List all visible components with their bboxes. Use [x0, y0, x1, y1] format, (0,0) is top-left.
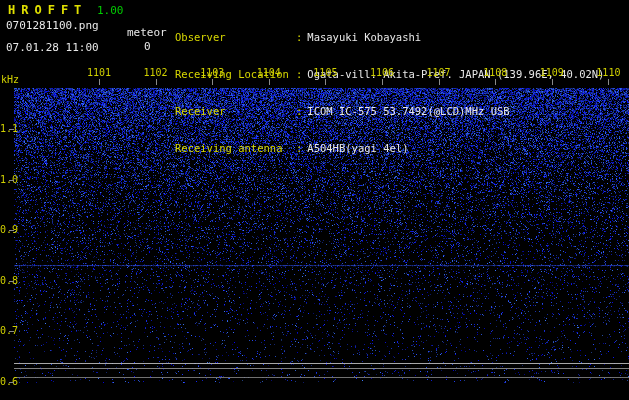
x-tick-label: 1101 — [87, 67, 111, 78]
y-axis-unit-label: kHz — [1, 74, 19, 85]
x-tick-label: 1108 — [483, 67, 507, 78]
hrofft-window: HROFFT 1.00 0701281100.png meteor 07.01.… — [0, 0, 629, 400]
app-version: 1.00 — [97, 4, 124, 17]
x-tick-mark — [552, 79, 553, 85]
y-tick-label: 1.0 — [0, 174, 13, 185]
x-tick-label: 1103 — [200, 67, 224, 78]
x-tick-mark — [212, 79, 213, 85]
info-value: ICOM IC-575 53.7492(@LCD)MHz USB — [307, 105, 509, 117]
x-tick-mark — [325, 79, 326, 85]
x-tick-label: 1105 — [313, 67, 337, 78]
mode-label: meteor — [127, 26, 167, 39]
y-tick-label: 0.6 — [0, 376, 13, 387]
x-tick-mark — [439, 79, 440, 85]
y-tick-mark — [9, 129, 14, 130]
output-filename: 0701281100.png — [6, 19, 99, 32]
x-tick-label: 1106 — [370, 67, 394, 78]
x-tick-label: 1107 — [427, 67, 451, 78]
x-tick-label: 1104 — [257, 67, 281, 78]
x-tick-label: 1102 — [144, 67, 168, 78]
y-tick-mark — [9, 382, 14, 383]
y-tick-mark — [9, 331, 14, 332]
x-tick-mark — [495, 79, 496, 85]
info-row: Observer:Masayuki Kobayashi — [175, 31, 604, 43]
info-separator: : — [296, 105, 302, 117]
x-tick-mark — [99, 79, 100, 85]
echo-count: 0 — [144, 40, 151, 53]
x-tick-label: 1110 — [596, 67, 620, 78]
info-separator: : — [296, 68, 302, 80]
y-tick-mark — [9, 281, 14, 282]
info-separator: : — [296, 142, 302, 154]
x-tick-mark — [608, 79, 609, 85]
y-tick-mark — [9, 230, 14, 231]
info-row: Receiver:ICOM IC-575 53.7492(@LCD)MHz US… — [175, 105, 604, 117]
app-title: HROFFT — [8, 3, 87, 17]
timestamp: 07.01.28 11:00 — [6, 41, 99, 54]
info-label: Observer — [175, 31, 296, 43]
info-label: Receiver — [175, 105, 296, 117]
info-label: Receiving antenna — [175, 142, 296, 154]
x-tick-mark — [382, 79, 383, 85]
y-tick-mark — [9, 180, 14, 181]
x-tick-mark — [269, 79, 270, 85]
info-value: Masayuki Kobayashi — [307, 31, 421, 43]
info-row: Receiving antenna:A504HB(yagi 4el) — [175, 142, 604, 154]
info-value: A504HB(yagi 4el) — [307, 142, 408, 154]
receiver-info-block: Observer:Masayuki Kobayashi Receiving Lo… — [175, 6, 604, 180]
info-separator: : — [296, 31, 302, 43]
y-tick-label: 0.8 — [0, 275, 13, 286]
x-tick-mark — [156, 79, 157, 85]
x-tick-label: 1109 — [540, 67, 564, 78]
